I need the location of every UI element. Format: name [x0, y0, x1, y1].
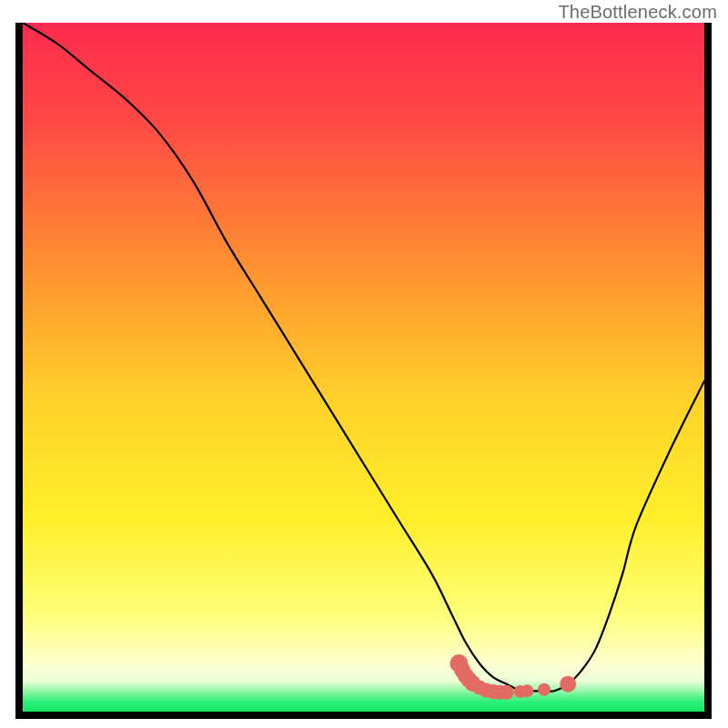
watermark-text: TheBottleneck.com [558, 2, 717, 23]
chart-svg [23, 23, 704, 712]
gradient-background [23, 23, 704, 712]
highlight-dot [538, 683, 551, 696]
plot-area [23, 23, 704, 712]
highlight-dot [560, 676, 576, 693]
highlight-dot [521, 684, 533, 697]
plot-frame [15, 23, 712, 719]
chart-canvas: TheBottleneck.com [0, 0, 728, 728]
highlight-dot [500, 685, 514, 700]
